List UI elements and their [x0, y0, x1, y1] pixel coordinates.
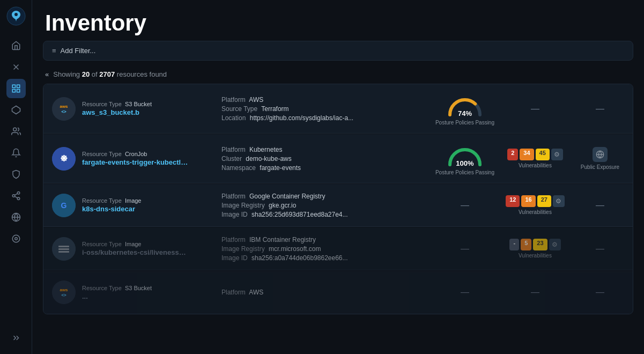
sidebar-more[interactable]	[6, 328, 26, 348]
svg-point-19	[52, 97, 76, 121]
exposure-cell: —	[576, 104, 624, 114]
svg-text:<>: <>	[61, 109, 66, 114]
vuln-badge-unknown: -	[509, 239, 519, 250]
sidebar-item-camera[interactable]	[6, 229, 26, 248]
sidebar-item-users[interactable]	[6, 122, 26, 141]
resource-icon: G	[52, 194, 76, 217]
results-count: « Showing 20 of 2707 resources found	[43, 67, 633, 84]
svg-point-18	[12, 235, 20, 242]
meta-row: Image ID sha256:a0a744de06b9862ee66...	[221, 254, 427, 262]
svg-rect-4	[12, 85, 15, 87]
svg-rect-6	[12, 90, 15, 92]
svg-line-14	[14, 194, 17, 195]
resource-type-label: Resource Type S3 Bucket	[82, 285, 152, 291]
posture-cell: —	[435, 244, 494, 254]
vuln-cell: 23445 ⚙ Vulnerabilities	[503, 149, 567, 168]
meta-row: Source Type Terraform	[221, 105, 427, 113]
meta-row: Image Registry mcr.microsoft.com	[221, 245, 427, 253]
vuln-settings-icon[interactable]: ⚙	[549, 239, 561, 250]
header: Inventory	[32, 0, 644, 41]
posture-cell: 100% Posture Policies Passing	[435, 142, 494, 175]
exposure-cell: Public Exposure	[576, 147, 624, 170]
resource-type-label: Resource Type Image	[82, 241, 189, 247]
resource-icon	[52, 237, 76, 261]
filter-label: Add Filter...	[61, 47, 96, 55]
svg-text:aws: aws	[60, 287, 68, 292]
resource-list: aws <> Resource Type S3 Bucket aws_s3_bu…	[43, 84, 633, 314]
resource-info: Resource Type Image k8s-dns-sidecar	[82, 197, 141, 213]
vuln-badge-high: 34	[520, 149, 534, 160]
sidebar-item-inventory[interactable]	[6, 79, 26, 98]
resource-meta: Platform Google Container Registry Image…	[221, 193, 427, 218]
main-content: Inventory ≡ Add Filter... « Showing 20 o…	[32, 0, 644, 354]
filter-icon: ≡	[52, 47, 56, 55]
meta-row: Location https://github.com/sysdiglabs/i…	[221, 114, 427, 122]
svg-point-17	[14, 238, 17, 240]
vuln-cell: —	[503, 287, 567, 297]
vuln-badge-high: 5	[521, 239, 531, 250]
results-text: Showing 20 of 2707 resources found	[53, 70, 167, 78]
resource-identity: G Resource Type Image k8s-dns-sidecar	[52, 194, 213, 217]
resource-name[interactable]: k8s-dns-sidecar	[82, 205, 141, 213]
resource-meta: Platform Kubernetes Cluster demo-kube-aw…	[221, 146, 427, 172]
posture-cell: —	[435, 287, 494, 297]
resource-identity: Resource Type Image i-oss/kubernetes-csi…	[52, 237, 213, 261]
sidebar-item-home[interactable]	[6, 36, 26, 55]
vuln-cell: 121627 ⚙ Vulnerabilities	[503, 195, 567, 215]
sidebar-item-integrations[interactable]	[6, 208, 26, 227]
svg-text:aws: aws	[60, 104, 68, 109]
posture-cell: —	[435, 201, 494, 210]
sidebar-item-alerts[interactable]	[6, 143, 26, 163]
exposure-cell: —	[576, 244, 624, 254]
resource-card-r2[interactable]: ⎈ Resource Type CronJob fargate-events-t…	[43, 134, 633, 183]
vuln-settings-icon[interactable]: ⚙	[553, 195, 565, 207]
filter-bar[interactable]: ≡ Add Filter...	[43, 41, 633, 61]
resource-type-label: Resource Type Image	[82, 197, 141, 204]
resource-card-r5[interactable]: aws <> Resource Type S3 Bucket ... Platf…	[43, 271, 633, 314]
exposure-icon	[593, 147, 608, 162]
resource-info: Resource Type S3 Bucket aws_s3_bucket.b	[82, 101, 152, 116]
sidebar-item-layers[interactable]	[6, 100, 26, 120]
resource-type-label: Resource Type CronJob	[82, 151, 189, 157]
vuln-badge-medium: 23	[533, 239, 547, 250]
resource-name[interactable]: ...	[82, 292, 152, 300]
sidebar	[0, 0, 32, 354]
resource-name[interactable]: fargate-events-trigger-kubectl-tri...	[82, 158, 189, 166]
resource-info: Resource Type S3 Bucket ...	[82, 285, 152, 300]
sidebar-item-shield[interactable]	[6, 165, 26, 184]
svg-point-11	[12, 195, 15, 197]
svg-rect-5	[17, 85, 19, 87]
resource-card-r1[interactable]: aws <> Resource Type S3 Bucket aws_s3_bu…	[43, 84, 633, 134]
meta-row: Platform AWS	[221, 289, 427, 296]
meta-row: Image Registry gke.gcr.io	[221, 202, 427, 209]
meta-row: Cluster demo-kube-aws	[221, 155, 427, 163]
resource-identity: aws <> Resource Type S3 Bucket ...	[52, 281, 213, 304]
meta-row: Image ID sha256:25d693d871eed8a27e4...	[221, 211, 427, 218]
vuln-badge-critical: 2	[507, 149, 518, 160]
sidebar-item-threats[interactable]	[6, 57, 26, 77]
resource-info: Resource Type CronJob fargate-events-tri…	[82, 151, 189, 166]
meta-row: Platform Google Container Registry	[221, 193, 427, 200]
resource-card-r3[interactable]: G Resource Type Image k8s-dns-sidecar Pl…	[43, 184, 633, 227]
resource-name[interactable]: aws_s3_bucket.b	[82, 108, 152, 116]
resource-meta: Platform AWS	[221, 289, 427, 296]
resource-name[interactable]: i-oss/kubernetes-csi/livenessprо...	[82, 248, 189, 256]
resource-meta: Platform AWS Source Type Terraform Locat…	[221, 96, 427, 122]
meta-row: Platform IBM Container Registry	[221, 236, 427, 244]
resource-meta: Platform IBM Container Registry Image Re…	[221, 236, 427, 262]
vuln-badge-high: 16	[521, 195, 535, 207]
svg-point-9	[13, 128, 16, 131]
resource-info: Resource Type Image i-oss/kubernetes-csi…	[82, 241, 189, 256]
resource-type-label: Resource Type S3 Bucket	[82, 101, 152, 107]
resource-icon: ⎈	[52, 147, 76, 171]
collapse-button[interactable]: «	[45, 70, 49, 78]
meta-row: Platform AWS	[221, 96, 427, 104]
meta-row: Platform Kubernetes	[221, 146, 427, 153]
resource-card-r4[interactable]: Resource Type Image i-oss/kubernetes-csi…	[43, 227, 633, 270]
sidebar-item-network[interactable]	[6, 186, 26, 205]
vuln-cell: —	[503, 104, 567, 114]
svg-point-10	[17, 192, 20, 195]
vuln-settings-icon[interactable]: ⚙	[551, 149, 563, 160]
svg-marker-8	[12, 106, 20, 114]
svg-rect-31	[58, 251, 69, 253]
